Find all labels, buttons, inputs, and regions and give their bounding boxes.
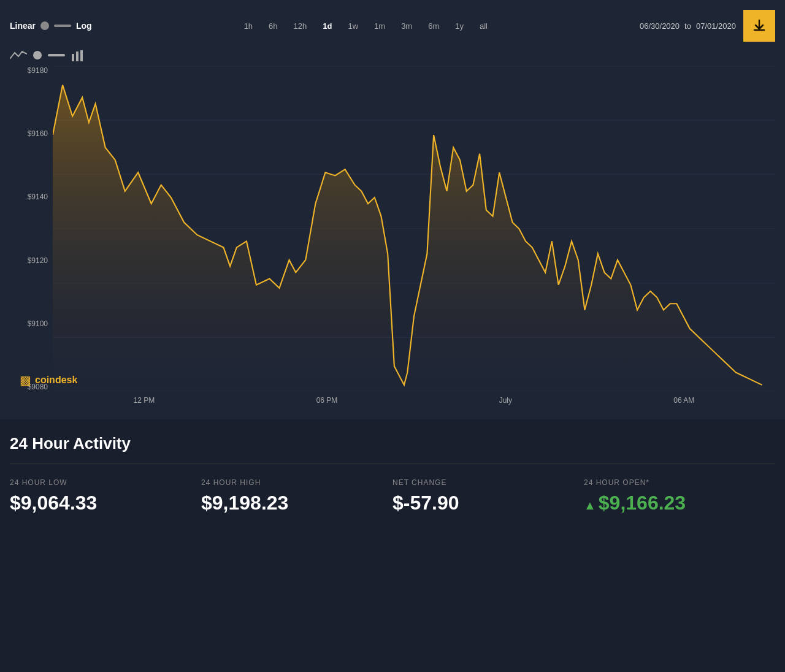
log-label: Log bbox=[76, 21, 92, 31]
chart-toggle-line[interactable] bbox=[48, 54, 65, 56]
x-label-06pm: 06 PM bbox=[316, 396, 338, 405]
time-btn-1w[interactable]: 1w bbox=[345, 20, 361, 32]
stat-24h-high: 24 HOUR HIGH $9,198.23 bbox=[201, 478, 392, 514]
stat-label-low: 24 HOUR LOW bbox=[10, 478, 201, 487]
time-btn-6m[interactable]: 6m bbox=[426, 20, 442, 32]
stat-24h-open: 24 HOUR OPEN* ▲$9,166.23 bbox=[584, 478, 775, 514]
time-btn-1h[interactable]: 1h bbox=[242, 20, 255, 32]
chart-type-row bbox=[10, 49, 775, 61]
y-label-9160: $9160 bbox=[10, 129, 53, 138]
chart-plot bbox=[53, 66, 775, 391]
date-from: 06/30/2020 bbox=[640, 21, 680, 31]
chart-container: Linear Log 1h 6h 12h 1d 1w 1m 3m 6m 1y a… bbox=[0, 0, 785, 419]
svg-rect-0 bbox=[72, 54, 74, 61]
bar-chart-icon[interactable] bbox=[71, 49, 83, 61]
stats-row: 24 HOUR LOW $9,064.33 24 HOUR HIGH $9,19… bbox=[10, 478, 775, 514]
stat-net-change: NET CHANGE $-57.90 bbox=[392, 478, 584, 514]
time-btn-all[interactable]: all bbox=[477, 20, 490, 32]
download-button[interactable] bbox=[743, 10, 775, 42]
stat-value-high: $9,198.23 bbox=[201, 492, 392, 514]
x-axis: 12 PM 06 PM July 06 AM bbox=[53, 391, 775, 410]
price-chart-svg bbox=[53, 66, 775, 391]
time-btn-12h[interactable]: 12h bbox=[291, 20, 310, 32]
line-chart-icon[interactable] bbox=[10, 49, 27, 61]
x-label-12pm: 12 PM bbox=[134, 396, 155, 405]
time-options: 1h 6h 12h 1d 1w 1m 3m 6m 1y all bbox=[99, 20, 632, 32]
download-icon bbox=[752, 19, 766, 32]
toggle-line[interactable] bbox=[54, 25, 71, 27]
chart-toggle-dot[interactable] bbox=[33, 51, 42, 59]
svg-rect-2 bbox=[80, 50, 83, 61]
activity-title: 24 Hour Activity bbox=[10, 434, 775, 453]
x-label-july: July bbox=[499, 396, 512, 405]
time-btn-6h[interactable]: 6h bbox=[266, 20, 280, 32]
scale-options: Linear Log bbox=[10, 21, 92, 31]
y-axis: $9180 $9160 $9140 $9120 $9100 $9080 bbox=[10, 66, 53, 391]
stat-label-high: 24 HOUR HIGH bbox=[201, 478, 392, 487]
date-range: 06/30/2020 to 07/01/2020 bbox=[640, 21, 736, 31]
toggle-dot[interactable] bbox=[40, 21, 49, 30]
stat-label-open: 24 HOUR OPEN* bbox=[584, 478, 775, 487]
coindesk-icon: ▩ bbox=[20, 373, 31, 388]
time-btn-1d[interactable]: 1d bbox=[320, 20, 334, 32]
time-btn-3m[interactable]: 3m bbox=[399, 20, 415, 32]
stat-label-net-change: NET CHANGE bbox=[392, 478, 584, 487]
chart-toolbar: Linear Log 1h 6h 12h 1d 1w 1m 3m 6m 1y a… bbox=[10, 10, 775, 42]
svg-rect-1 bbox=[76, 52, 78, 61]
section-divider bbox=[10, 463, 775, 464]
y-label-9120: $9120 bbox=[10, 256, 53, 265]
stat-24h-low: 24 HOUR LOW $9,064.33 bbox=[10, 478, 201, 514]
activity-section: 24 Hour Activity 24 HOUR LOW $9,064.33 2… bbox=[0, 419, 785, 524]
time-btn-1y[interactable]: 1y bbox=[453, 20, 466, 32]
y-label-9100: $9100 bbox=[10, 319, 53, 328]
svg-marker-10 bbox=[53, 85, 775, 391]
date-to: 07/01/2020 bbox=[696, 21, 736, 31]
linear-label: Linear bbox=[10, 21, 36, 31]
chart-area: $9180 $9160 $9140 $9120 $9100 $9080 bbox=[10, 66, 775, 410]
y-label-9180: $9180 bbox=[10, 66, 53, 75]
coindesk-text: coindesk bbox=[35, 375, 77, 386]
stat-value-net-change: $-57.90 bbox=[392, 492, 584, 514]
coindesk-logo: ▩ coindesk bbox=[20, 373, 77, 388]
y-label-9140: $9140 bbox=[10, 193, 53, 201]
stat-value-open: ▲$9,166.23 bbox=[584, 492, 775, 514]
up-arrow-icon: ▲ bbox=[584, 498, 596, 512]
time-btn-1m[interactable]: 1m bbox=[372, 20, 388, 32]
x-label-06am: 06 AM bbox=[673, 396, 694, 405]
stat-value-low: $9,064.33 bbox=[10, 492, 201, 514]
date-separator: to bbox=[684, 21, 691, 31]
